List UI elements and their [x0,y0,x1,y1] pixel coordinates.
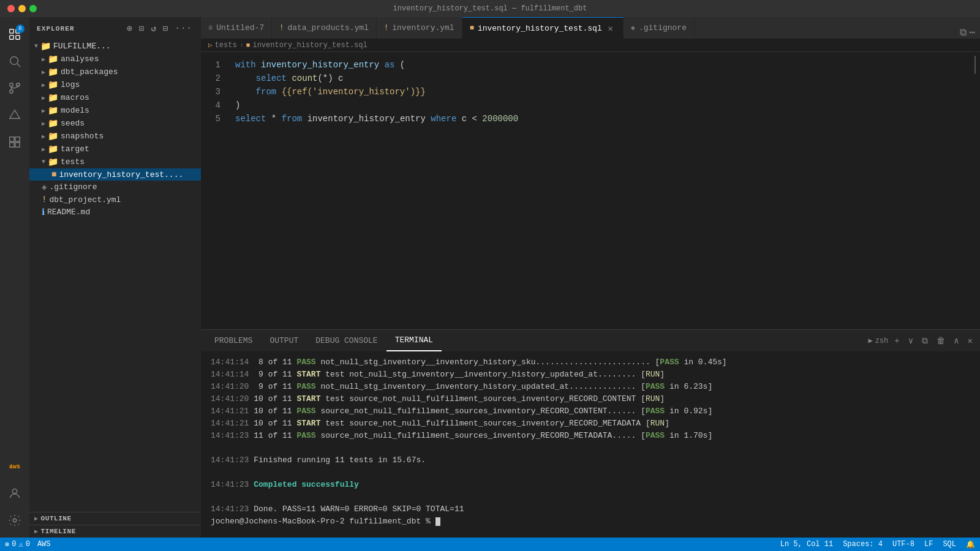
tab-label: Untitled-7 [216,23,264,32]
language-text: SQL [943,540,956,549]
more-icon[interactable]: ··· [173,22,194,35]
svg-marker-9 [10,110,20,119]
line-num-3: 3 [201,85,221,99]
tab-label: inventory_history_test.sql [478,24,602,33]
code-editor[interactable]: with inventory_history_entry as ( select… [225,52,970,329]
terminal-body[interactable]: 14:41:14 8 of 11 PASS not_null_stg_inven… [201,351,980,538]
tab-label: .gitignore [639,23,687,32]
line-num-4: 4 [201,99,221,112]
outline-header[interactable]: ▶ OUTLINE [29,512,201,525]
svg-point-4 [10,57,18,65]
tab-label: inventory.yml [392,23,454,32]
breadcrumb-tests[interactable]: tests [215,41,237,50]
terminal-tabs-bar: PROBLEMS OUTPUT DEBUG CONSOLE TERMINAL ▶… [201,330,980,351]
chevron-icon: ▶ [42,146,45,153]
sidebar-item-dbt-project-yml[interactable]: ! dbt_project.yml [29,193,201,206]
error-icon: ⊗ [5,540,9,549]
terminal-line: 14:41:21 10 of 11 PASS source_not_null_f… [211,405,970,418]
maximize-button[interactable] [29,5,37,12]
activity-extensions[interactable] [2,130,27,154]
outline-label: OUTLINE [41,515,72,522]
sidebar-item-models[interactable]: ▶ 📁 models [29,104,201,117]
status-language[interactable]: SQL [943,540,956,549]
terminal-line: 14:41:14 9 of 11 START test not_null_stg… [211,369,970,381]
sidebar-item-analyses[interactable]: ▶ 📁 analyses [29,53,201,66]
chevron-icon: ▶ [42,81,45,89]
new-folder-icon[interactable]: ⊡ [138,22,146,35]
tab-gitignore[interactable]: ◈ .gitignore [624,17,695,39]
tree-root[interactable]: ▼ 📁 FULFILLME... [29,40,201,53]
terminal-close-button[interactable]: ✕ [965,334,975,347]
sidebar-item-macros[interactable]: ▶ 📁 macros [29,91,201,104]
sidebar-item-seeds[interactable]: ▶ 📁 seeds [29,117,201,130]
svg-line-5 [17,64,20,67]
split-editor-button[interactable]: ⧉ [960,27,967,39]
svg-rect-10 [10,137,14,141]
status-encoding[interactable]: UTF-8 [892,540,914,549]
sidebar-item-tests[interactable]: ▼ 📁 tests [29,156,201,168]
status-errors[interactable]: ⊗ 0 ⚠ 0 [5,540,30,549]
sidebar-item-readme[interactable]: ℹ README.md [29,206,201,219]
folder-icon: 📁 [48,131,58,141]
status-cursor-position[interactable]: Ln 5, Col 11 [780,540,833,549]
editor-content[interactable]: 1 2 3 4 5 with inventory_history_entry a… [201,52,980,329]
tab-inventory-history-test-sql[interactable]: ■ inventory_history_test.sql ✕ [462,17,624,39]
sidebar-item-logs[interactable]: ▶ 📁 logs [29,78,201,91]
status-spaces[interactable]: Spaces: 4 [843,540,883,549]
sidebar-header: Explorer ⊕ ⊡ ↺ ⊟ ··· [29,17,201,40]
terminal-split-button[interactable]: ⧉ [919,335,930,347]
activity-debug[interactable] [2,103,27,127]
svg-rect-3 [16,36,20,39]
activity-search[interactable] [2,49,27,73]
status-aws[interactable]: AWS [37,540,51,549]
sidebar-item-inventory-history-test[interactable]: ■ inventory_history_test.... [29,168,201,181]
sidebar-item-gitignore[interactable]: ◈ .gitignore [29,181,201,193]
tab-icon-yaml2: ! [384,24,388,32]
terminal-add-button[interactable]: + [892,335,902,347]
activity-settings[interactable] [2,508,27,533]
collapse-icon[interactable]: ⊟ [162,22,170,35]
close-button[interactable] [7,5,15,12]
item-label: models [61,106,89,115]
tab-debug-console[interactable]: DEBUG CONSOLE [307,330,386,351]
sidebar-item-dbt_packages[interactable]: ▶ 📁 dbt_packages [29,66,201,78]
tab-untitled-7[interactable]: ≡ Untitled-7 [201,17,272,39]
terminal-shell-icon: ▶ [868,336,872,345]
refresh-icon[interactable]: ↺ [149,22,158,35]
folder-icon: 📁 [48,80,58,90]
activity-source-control[interactable] [2,76,27,100]
sidebar-item-target[interactable]: ▶ 📁 target [29,143,201,156]
terminal-line: 14:41:20 10 of 11 START test source_not_… [211,393,970,405]
breadcrumb-folder-icon: ▷ [208,41,213,49]
window-title: inventory_history_test.sql — fulfillment… [393,4,587,13]
tab-problems[interactable]: PROBLEMS [206,330,261,351]
breadcrumb-file[interactable]: inventory_history_test.sql [252,41,367,50]
status-notifications[interactable]: 🔔 [966,540,975,549]
item-label: target [61,144,89,154]
tab-data-products-yml[interactable]: ! data_products.yml [272,17,377,39]
sidebar-item-snapshots[interactable]: ▶ 📁 snapshots [29,130,201,143]
minimize-button[interactable] [18,5,26,12]
svg-point-15 [13,519,17,522]
svg-point-6 [10,83,13,87]
tab-terminal[interactable]: TERMINAL [386,330,442,351]
activity-explorer[interactable]: 6 [2,22,27,47]
encoding-text: UTF-8 [892,540,914,549]
activity-aws[interactable]: aws [2,454,27,479]
tab-output[interactable]: OUTPUT [261,330,307,351]
timeline-header[interactable]: ▶ TIMELINE [29,525,201,538]
line-num-2: 2 [201,72,221,85]
folder-icon: 📁 [48,157,58,167]
tab-close-button[interactable]: ✕ [606,23,616,33]
status-line-endings[interactable]: LF [924,540,933,549]
terminal-dropdown-button[interactable]: ∨ [906,334,916,347]
tab-inventory-yml[interactable]: ! inventory.yml [377,17,462,39]
terminal-kill-button[interactable]: 🗑 [934,335,948,347]
more-actions-button[interactable]: ⋯ [969,26,975,39]
outline-chevron: ▶ [34,515,39,522]
terminal-maximize-button[interactable]: ∧ [951,334,961,347]
activity-account[interactable] [2,481,27,506]
tab-icon-gitignore: ◈ [631,23,635,32]
new-file-icon[interactable]: ⊕ [126,22,134,35]
root-chevron: ▼ [34,43,38,50]
